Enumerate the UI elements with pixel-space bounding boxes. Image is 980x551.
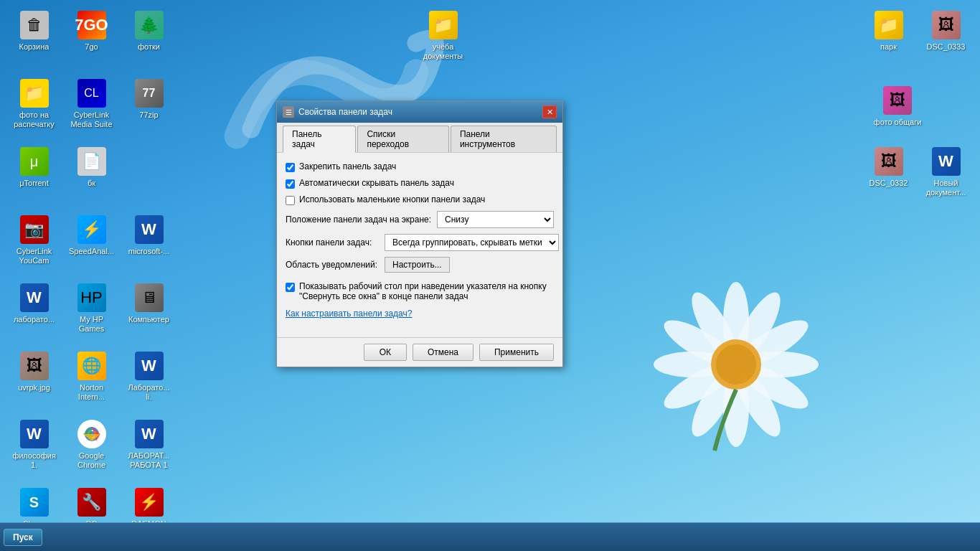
norton-icon: 🌐 [77,352,106,380]
trash-icon: 🗑 [20,11,49,39]
photos-icon: 🌲 [135,11,164,39]
start-button[interactable]: Пуск [4,529,42,546]
desktop-icon-park[interactable]: 📁 парк [862,7,915,72]
buttons-row: Кнопки панели задач: Всегда группировать… [286,234,554,251]
desktop-icon-dsc332[interactable]: 🖼 DSC_0332 [862,143,915,208]
checkbox-row-lock: Закрепить панель задач [286,161,554,172]
print-label: фото на распечатку [11,110,57,129]
checkbox-row-autohide: Автоматически скрывать панель задач [286,178,554,189]
dialog-title-bar: ☰ Свойства панели задач ✕ [277,101,562,123]
tab-toolbars[interactable]: Панели инструментов [451,126,557,152]
desktop-icon-dsc333[interactable]: 🖼 DSC_0333 [919,7,973,72]
desktop-icon-photos[interactable]: 🌲 фотки [122,7,176,72]
desktop-icon-webcam[interactable]: 📷 CyberLink YouCam [7,212,61,276]
desktop-icon-7go[interactable]: 7GO 7go [65,7,118,72]
photo-shared-icon[interactable]: 🖼 фото общаги [872,86,923,127]
svg-point-11 [684,286,745,367]
desktop-icon-labora[interactable]: W лаборато... [7,280,61,344]
laborat-label: ЛАБОРАТ... РАБОТА 1 [126,451,172,470]
7go-icon: 7GO [77,11,106,39]
dialog-footer: ОК Отмена Применить [277,337,562,367]
svg-point-1 [727,286,788,367]
configure-taskbar-link[interactable]: Как настраивать панели задач? [286,309,554,319]
desktop-icon-speedanal[interactable]: ⚡ SpeedAnal... [65,212,118,276]
position-select[interactable]: Снизу Сверху Слева Справа [437,211,554,228]
bk-icon: 📄 [77,147,106,176]
taskbar-properties-dialog[interactable]: ☰ Свойства панели задач ✕ Панель задач С… [276,100,563,367]
desktop-icon-bk[interactable]: 📄 бк [65,143,118,208]
checkbox-show-desktop[interactable] [286,283,295,292]
checkbox-autohide[interactable] [286,179,295,189]
checkbox-show-desktop-label[interactable]: Показывать рабочий стол при наведении ук… [299,281,554,301]
laborat-icon: W [135,420,164,448]
desktop-icon-laborat[interactable]: W ЛАБОРАТ... РАБОТА 1 [122,416,176,481]
skype-icon: S [20,488,49,517]
dsc333-icon: 🖼 [932,11,961,39]
newdoc-label: Новый документ... [923,179,969,197]
cancel-button[interactable]: Отмена [413,344,473,361]
svg-point-3 [740,352,819,377]
desktop-icon-newdoc[interactable]: W Новый документ... [919,143,973,208]
desktop-icon-uchet[interactable]: 📁 учёба документы [416,7,470,65]
checkbox-small-buttons[interactable] [286,196,295,205]
tab-taskbar[interactable]: Панель задач [283,126,356,153]
desktop-icon-utorrent[interactable]: μ μTorrent [7,143,61,208]
bk-label: бк [88,179,95,188]
computer-label: Компьютер [128,315,169,324]
webcam-icon: 📷 [20,215,49,244]
dialog-title-icon: ☰ [283,106,294,118]
position-label: Положение панели задач на экране: [286,215,431,225]
tab-jumplists[interactable]: Списки переходов [357,126,448,152]
svg-point-8 [658,355,739,417]
77zip-label: 77zip [139,110,158,120]
desktop-icon-msword[interactable]: W microsoft-... [122,212,176,276]
dsc332-icon: 🖼 [875,147,903,176]
svg-point-2 [732,312,814,374]
desktop-icon-photo-file[interactable]: 🖼 uvrpk.jpg [7,348,61,413]
myhp-label: My HP Games [68,315,115,334]
park-icon: 📁 [875,11,903,39]
dsc333-label: DSC_0333 [927,42,966,52]
checkbox-lock[interactable] [286,163,295,172]
msword-icon: W [135,215,164,244]
labora2-label: Лаборато... li. [126,383,172,402]
daisy-decoration [636,250,837,465]
desktop-icon-norton[interactable]: 🌐 Norton Intern... [65,348,118,413]
cyberlink-label: CyberLink Media Suite [68,110,115,129]
desktop-icon-chrome[interactable]: Google Chrome [65,416,118,481]
desktop-icon-77zip[interactable]: 77 77zip [122,75,176,140]
desktop-icon-myhp[interactable]: HP My HP Games [65,280,118,344]
chrome-label: Google Chrome [68,451,115,470]
tab-content-taskbar: Закрепить панель задач Автоматически скр… [277,153,562,337]
checkbox-small-label[interactable]: Использовать маленькие кнопки панели зад… [299,194,485,204]
svg-point-9 [654,352,732,377]
utorrent-label: μTorrent [19,179,49,188]
chrome-icon [77,420,106,448]
desktop-icon-trash[interactable]: 🗑 Корзина [7,7,61,72]
buttons-label: Кнопки панели задач: [286,237,379,248]
checkbox-row-show-desktop: Показывать рабочий стол при наведении ук… [286,281,554,301]
msword-label: microsoft-... [128,247,169,256]
cyberlink-icon: CL [77,79,106,108]
checkbox-lock-label[interactable]: Закрепить панель задач [299,161,396,171]
buttons-select[interactable]: Всегда группировать, скрывать метки Груп… [385,234,559,251]
labora-icon: W [20,283,49,312]
labora-label: лаборато... [14,315,55,324]
computer-icon: 🖥 [135,283,164,312]
apply-button[interactable]: Применить [479,344,554,361]
checkbox-autohide-label[interactable]: Автоматически скрывать панель задач [299,178,454,188]
desktop-icon-labora2[interactable]: W Лаборато... li. [122,348,176,413]
photo-file-icon: 🖼 [20,352,49,380]
labora2-icon: W [135,352,164,380]
desktop-icon-philos[interactable]: W философия 1. [7,416,61,481]
desktop-icon-print[interactable]: 📁 фото на распечатку [7,75,61,140]
ok-button[interactable]: ОК [364,344,407,361]
desktop-icon-cyberlink[interactable]: CL CyberLink Media Suite [65,75,118,140]
park-label: парк [880,42,897,52]
newdoc-icon: W [932,147,961,176]
dialog-body: Панель задач Списки переходов Панели инс… [277,123,562,367]
77zip-icon: 77 [135,79,164,108]
desktop-icon-computer[interactable]: 🖥 Компьютер [122,280,176,344]
dialog-close-button[interactable]: ✕ [542,105,557,118]
notify-configure-button[interactable]: Настроить... [385,257,450,273]
